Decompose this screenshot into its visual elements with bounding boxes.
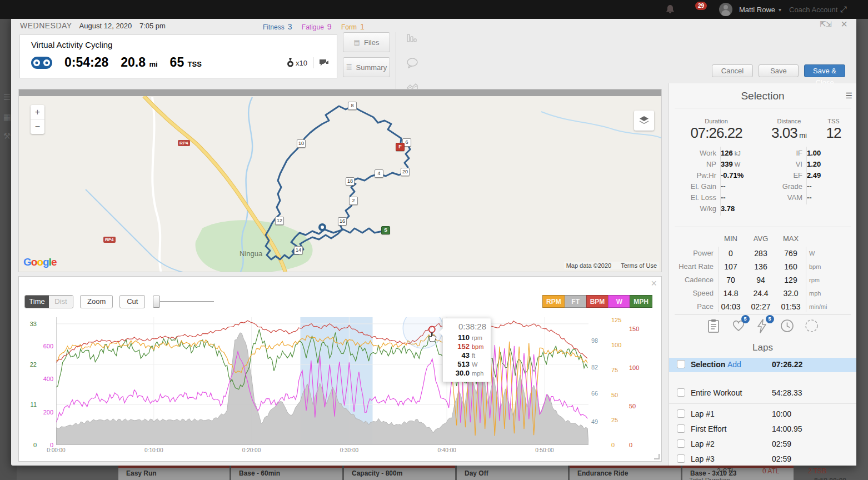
lap-row[interactable]: Lap #202:59: [669, 437, 856, 452]
lap-checkbox[interactable]: [677, 360, 685, 368]
data-plot[interactable]: [56, 317, 588, 445]
lap-row[interactable]: First Effort14:00.95: [669, 422, 856, 437]
summary-button[interactable]: ☰Summary: [343, 57, 390, 77]
notes-icon[interactable]: [707, 319, 721, 333]
background-workout-card: Day Off: [457, 464, 568, 480]
power-bolt-icon[interactable]: 5: [756, 319, 770, 333]
lap-checkbox[interactable]: [677, 409, 685, 418]
stat-value: 3.78: [721, 204, 735, 213]
axis-tick-cadence: 125: [611, 317, 628, 323]
mam-label: Pace: [669, 302, 714, 311]
lap-name: Lap #2: [691, 439, 715, 448]
menu-icon: ☰: [3, 92, 11, 102]
start-marker[interactable]: S: [381, 226, 390, 234]
tooltip-unit: bpm: [472, 342, 486, 351]
lap-checkbox[interactable]: [677, 424, 685, 433]
map-waypoint-marker[interactable]: 4: [375, 169, 383, 178]
bolt-badge: 5: [766, 315, 774, 323]
background-workout-card: Capacity - 800m: [344, 464, 455, 480]
dist-toggle-button[interactable]: Dist: [49, 296, 73, 308]
map-waypoint-marker[interactable]: 18: [346, 177, 355, 186]
heart-rate-icon[interactable]: 5: [731, 319, 746, 333]
map-base-layers: [19, 89, 662, 272]
map-waypoint-marker[interactable]: 16: [338, 217, 347, 226]
user-menu[interactable]: Matti Rowe ▾: [739, 0, 781, 19]
map-waypoint-marker[interactable]: 8: [348, 102, 357, 110]
workout-detail-modal: ⇱⇲ × WEDNESDAY August 12, 2020 7:05 pm F…: [11, 16, 856, 466]
mam-label: Power: [669, 249, 714, 257]
legend-button-ft[interactable]: FT: [565, 295, 587, 308]
stat-key: VAM: [787, 193, 802, 202]
lap-checkbox[interactable]: [677, 454, 685, 463]
notifications-bell-icon[interactable]: [665, 0, 687, 19]
resize-handle[interactable]: [654, 454, 660, 459]
tooltip-value: 152: [457, 342, 470, 351]
view-icons-column: [396, 32, 418, 93]
finish-marker[interactable]: F: [396, 143, 405, 151]
date-label: August 12, 2020: [79, 22, 132, 30]
tooltip-row: 43ft: [447, 351, 486, 360]
zoom-button[interactable]: Zoom: [80, 295, 113, 308]
save-button[interactable]: Save: [759, 64, 799, 77]
speech-bubble-icon[interactable]: [406, 57, 418, 68]
map-waypoint-marker[interactable]: 10: [297, 139, 306, 148]
stat-row-ef: EF2.49: [758, 171, 841, 182]
stat-key: El. Gain: [691, 182, 716, 191]
legend-button-rpm[interactable]: RPM: [542, 295, 565, 308]
axis-tick-heart_rate: 50: [629, 403, 646, 409]
route-map[interactable]: 8106204182121614FSRP4RP4 Ningua + − Goog…: [18, 89, 662, 272]
lap-checkbox[interactable]: [677, 388, 685, 397]
google-logo[interactable]: Google: [23, 256, 56, 268]
graph-close-icon[interactable]: ×: [651, 278, 657, 289]
lap-add-link[interactable]: Add: [727, 360, 741, 369]
notification-badge[interactable]: 29: [695, 2, 707, 10]
stat-key: Work: [700, 149, 716, 157]
column-divider: [718, 247, 719, 312]
cut-button[interactable]: Cut: [119, 295, 145, 308]
card-title: Capacity - 800m: [344, 468, 455, 477]
lap-checkbox[interactable]: [677, 439, 685, 448]
workout-date-header: WEDNESDAY August 12, 2020 7:05 pm: [20, 21, 166, 30]
collapse-icon[interactable]: ⇱⇲: [820, 20, 832, 28]
stat-row-work: Work126 kJ: [672, 149, 755, 160]
lap-row-selection[interactable]: SelectionAdd07:26.22: [669, 358, 856, 372]
time-clock-icon[interactable]: [780, 319, 795, 333]
map-waypoint-marker[interactable]: 12: [275, 217, 284, 225]
avatar[interactable]: [719, 0, 732, 19]
dashed-circle-icon[interactable]: [805, 319, 819, 333]
time-toggle-button[interactable]: Time: [25, 296, 49, 308]
cancel-button[interactable]: Cancel: [712, 64, 753, 77]
lap-row[interactable]: Lap #110:00: [669, 407, 856, 422]
bar-chart-icon[interactable]: [406, 32, 417, 43]
x-axis-tick: 0:30:00: [332, 447, 366, 453]
map-waypoint-marker[interactable]: 14: [294, 246, 303, 254]
zoom-in-button[interactable]: +: [31, 105, 44, 119]
activity-summary-card: Virtual Activity Cycling 0:54:28 20.8 mi…: [19, 34, 337, 78]
divider: [313, 57, 313, 68]
legend-button-w[interactable]: W: [608, 295, 630, 308]
lap-row[interactable]: Lap #302:59: [669, 452, 856, 466]
background-workout-card: Endurance Ride: [570, 464, 681, 480]
user-name-label: Matti Rowe: [739, 6, 775, 14]
map-waypoint-marker[interactable]: 20: [401, 168, 410, 176]
stat-key: NP: [706, 160, 716, 168]
slider-handle[interactable]: [153, 296, 160, 308]
terms-of-use-link[interactable]: Terms of Use: [621, 262, 657, 269]
comments-icon[interactable]: [319, 59, 329, 67]
expand-icon[interactable]: ⤢: [840, 0, 847, 19]
legend-button-bpm[interactable]: BPM: [586, 295, 609, 308]
lap-row[interactable]: Entire Workout54:28.33: [669, 386, 856, 401]
save-and-close-button[interactable]: Save & Close: [804, 64, 845, 77]
peaks-medal-icon[interactable]: x10: [287, 58, 307, 68]
heart-badge: 5: [741, 315, 750, 323]
map-waypoint-marker[interactable]: 2: [349, 197, 358, 205]
stat-value: --: [807, 182, 812, 191]
lap-name: Lap #3: [691, 454, 715, 463]
mam-unit: W: [809, 250, 815, 257]
coach-account-link[interactable]: Coach Account: [789, 0, 837, 19]
files-button[interactable]: ▤Files: [343, 32, 390, 52]
legend-button-mph[interactable]: MPH: [630, 295, 652, 308]
zoom-out-button[interactable]: −: [31, 119, 44, 134]
modal-close-icon[interactable]: ×: [841, 18, 847, 31]
map-layers-button[interactable]: [634, 111, 654, 131]
